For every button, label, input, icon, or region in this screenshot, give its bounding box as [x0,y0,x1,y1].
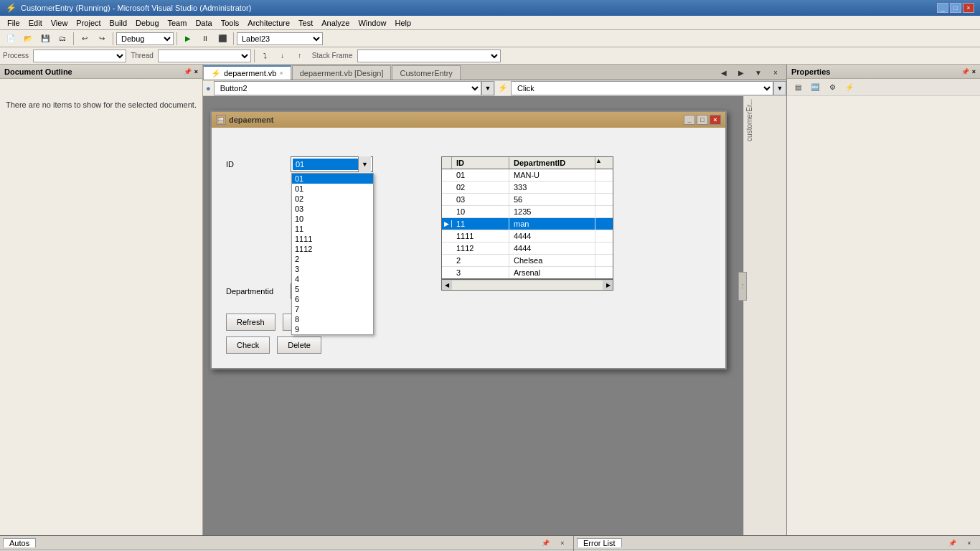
dropdown-item-1[interactable]: 01 [292,184,373,194]
menu-project[interactable]: Project [72,16,105,30]
process-combo[interactable] [33,50,126,62]
new-file-button[interactable]: 📄 [3,32,19,46]
method-right-arrow[interactable]: ▼ [773,81,786,95]
error-pin[interactable]: 📌 [944,536,960,550]
resize-handle[interactable]: ⋮ [738,272,747,301]
id-combo-arrow[interactable]: ▼ [358,156,371,172]
autos-close[interactable]: × [555,536,570,550]
props-events-button[interactable]: ⚡ [842,80,857,95]
tab-depaerment-vb[interactable]: ⚡ depaerment.vb × [203,65,291,80]
id-combobox[interactable]: 01 ▼ 01 01 02 03 10 11 [291,156,373,172]
menu-tools[interactable]: Tools [217,16,244,30]
undo-button[interactable]: ↩ [77,32,93,46]
scroll-right[interactable]: ▶ [603,281,613,290]
grid-row-0[interactable]: 01 MAN-U [442,169,613,182]
dropdown-item-15[interactable]: 9 [292,324,373,334]
dropdown-item-4[interactable]: 10 [292,214,373,224]
props-pin[interactable]: 📌 [961,68,969,75]
refresh-button[interactable]: Refresh [226,314,275,331]
open-button[interactable]: 📂 [20,32,36,46]
redo-button[interactable]: ↪ [94,32,110,46]
maximize-button[interactable]: □ [950,3,961,13]
menu-debug[interactable]: Debug [131,16,163,30]
close-button[interactable]: × [963,3,974,13]
label-combo[interactable]: Label23 [237,32,323,45]
autos-pin[interactable]: 📌 [537,536,553,550]
scroll-track[interactable] [452,281,603,290]
dropdown-item-0[interactable]: 01 [292,174,373,184]
dropdown-item-9[interactable]: 3 [292,264,373,274]
dropdown-item-5[interactable]: 11 [292,224,373,234]
title-bar-controls[interactable]: _ □ × [937,3,974,13]
menu-build[interactable]: Build [105,16,131,30]
step-into-button[interactable]: ↓ [275,49,291,63]
form-close-button[interactable]: × [710,115,721,125]
props-categorized-button[interactable]: ▤ [790,80,806,95]
tab-depaerment-design[interactable]: depaerment.vb [Design] [292,65,392,80]
props-controls[interactable]: 📌 × [961,68,976,75]
menu-help[interactable]: Help [391,16,416,30]
grid-row-7[interactable]: 2 Chelsea [442,255,613,267]
dropdown-item-11[interactable]: 5 [292,284,373,294]
save-button[interactable]: 💾 [37,32,53,46]
form-title-controls[interactable]: _ □ × [684,115,721,125]
dropdown-item-12[interactable]: 6 [292,294,373,304]
doc-outline-pin[interactable]: 📌 [184,68,192,75]
dropdown-item-10[interactable]: 4 [292,274,373,284]
grid-row-3[interactable]: 10 1235 [442,206,613,218]
save-all-button[interactable]: 🗂 [55,32,70,46]
grid-row-2[interactable]: 03 56 [442,194,613,206]
form-maximize-button[interactable]: □ [697,115,708,125]
dropdown-item-3[interactable]: 03 [292,204,373,214]
tab-left-button[interactable]: ◀ [716,65,732,80]
id-dropdown-list[interactable]: 01 01 02 03 10 11 1111 1112 2 [291,173,374,335]
step-out-button[interactable]: ↑ [292,49,308,63]
props-close[interactable]: × [972,68,976,75]
check-button[interactable]: Check [226,336,270,354]
menu-analyze[interactable]: Analyze [317,16,354,30]
dropdown-item-6[interactable]: 1111 [292,234,373,244]
grid-row-6[interactable]: 1112 4444 [442,242,613,255]
menu-data[interactable]: Data [191,16,216,30]
debug-combo[interactable]: Debug [116,32,174,45]
menu-file[interactable]: File [3,16,24,30]
thread-combo[interactable] [158,50,251,62]
grid-row-1[interactable]: 02 333 [442,182,613,194]
method-left-combo[interactable]: Button2 [214,81,481,95]
grid-hscrollbar[interactable]: ◀ ▶ [442,280,613,290]
error-tab[interactable]: Error List [577,538,622,547]
start-debug-button[interactable]: ▶ [180,32,196,46]
tab-close-0[interactable]: × [279,70,283,77]
props-properties-button[interactable]: ⚙ [824,80,840,95]
dropdown-item-13[interactable]: 7 [292,304,373,314]
step-over-button[interactable]: ⤵ [258,49,273,63]
menu-team[interactable]: Team [164,16,192,30]
grid-row-5[interactable]: 1111 4444 [442,230,613,242]
doc-outline-close[interactable]: × [194,68,198,75]
menu-window[interactable]: Window [354,16,390,30]
menu-architecture[interactable]: Architecture [243,16,294,30]
dropdown-item-14[interactable]: 8 [292,314,373,324]
tab-dropdown-button[interactable]: ▼ [750,65,766,80]
props-alphabetical-button[interactable]: 🔤 [807,80,823,95]
stop-button[interactable]: ⬛ [215,32,230,46]
method-left-arrow[interactable]: ▼ [481,81,494,95]
grid-row-8[interactable]: 3 Arsenal [442,267,613,280]
stackframe-combo[interactable] [357,50,501,62]
tab-right-button[interactable]: ▶ [733,65,749,80]
form-minimize-button[interactable]: _ [684,115,695,125]
grid-row-4[interactable]: ▶ 11 man [442,218,613,230]
dropdown-item-2[interactable]: 02 [292,194,373,204]
tab-close-all-button[interactable]: × [768,65,783,80]
menu-test[interactable]: Test [294,16,317,30]
dropdown-item-7[interactable]: 1112 [292,244,373,254]
pause-button[interactable]: ⏸ [197,32,213,46]
menu-edit[interactable]: Edit [24,16,47,30]
menu-view[interactable]: View [47,16,72,30]
doc-outline-controls[interactable]: 📌 × [184,68,198,75]
autos-tab[interactable]: Autos [3,538,36,547]
delete-button[interactable]: Delete [277,336,321,354]
method-right-combo[interactable]: Click [511,81,773,95]
minimize-button[interactable]: _ [937,3,948,13]
scroll-left[interactable]: ◀ [442,281,452,290]
